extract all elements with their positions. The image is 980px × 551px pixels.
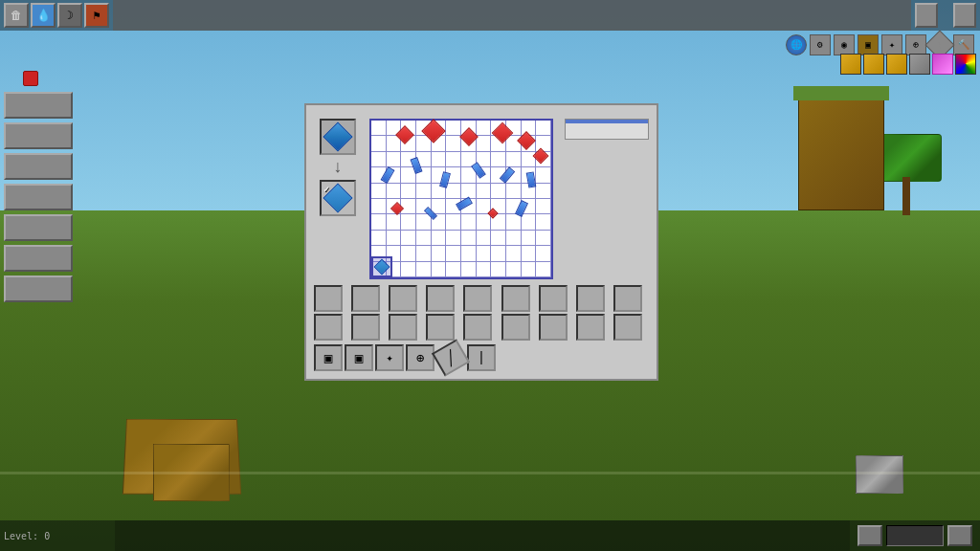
grid-cell[interactable] (446, 184, 461, 199)
inv-cell[interactable] (314, 314, 343, 341)
prev-button[interactable] (915, 3, 938, 28)
save-7-button[interactable] (4, 276, 73, 302)
grid-cell[interactable] (461, 184, 477, 199)
grid-cell[interactable] (536, 167, 551, 183)
grid-cell[interactable] (506, 199, 522, 214)
grid-cell[interactable] (491, 246, 506, 261)
grid-cell[interactable] (371, 184, 387, 199)
grid-cell[interactable] (491, 214, 506, 230)
grid-cell[interactable] (506, 167, 522, 183)
grid-cell[interactable] (536, 184, 551, 199)
grid-cell[interactable] (446, 231, 461, 246)
grid-cell[interactable] (416, 136, 432, 151)
next-button[interactable] (953, 3, 976, 28)
grid-cell[interactable] (491, 167, 506, 183)
grid-cell[interactable] (491, 262, 506, 277)
grid-cell[interactable] (461, 231, 477, 246)
inv-cell[interactable] (576, 285, 605, 312)
grid-cell[interactable] (371, 121, 387, 136)
grid-cell[interactable] (387, 199, 402, 214)
grid-cell[interactable] (387, 121, 402, 136)
gear-icon[interactable]: ⚙ (810, 34, 831, 55)
plus-button[interactable] (947, 525, 972, 546)
grid-cell[interactable] (506, 214, 522, 230)
grid-cell[interactable] (401, 121, 416, 136)
grid-cell[interactable] (387, 184, 402, 199)
grid-cell[interactable] (387, 246, 402, 261)
inv-cell[interactable] (501, 285, 530, 312)
tool-cell-5[interactable]: ╱ (432, 339, 470, 376)
grid-cell[interactable] (401, 214, 416, 230)
grid-cell[interactable] (477, 167, 492, 183)
grid-cell[interactable] (491, 136, 506, 151)
category-other[interactable] (566, 135, 648, 139)
grid-cell[interactable] (416, 121, 432, 136)
inv-cell[interactable] (463, 314, 492, 341)
inv-cell[interactable] (613, 314, 642, 341)
inv-cell[interactable] (389, 285, 417, 312)
crescent-icon[interactable]: ☽ (57, 3, 82, 28)
grid-cell[interactable] (477, 136, 492, 151)
grid-cell[interactable] (371, 231, 387, 246)
grid-cell[interactable] (446, 199, 461, 214)
save-1-button[interactable] (4, 92, 73, 119)
grid-cell[interactable] (491, 184, 506, 199)
grid-cell[interactable] (477, 214, 492, 230)
grid-cell[interactable] (371, 136, 387, 151)
grid-cell[interactable] (387, 262, 402, 277)
grid-cell[interactable] (536, 231, 551, 246)
grid-cell[interactable] (491, 199, 506, 214)
grid-cell[interactable] (446, 167, 461, 183)
grid-cell[interactable] (506, 246, 522, 261)
block-gold1[interactable] (840, 54, 861, 75)
grid-cell[interactable] (461, 167, 477, 183)
grid-cell[interactable] (461, 199, 477, 214)
save-2-button[interactable] (4, 122, 73, 149)
grid-cell[interactable] (536, 199, 551, 214)
wood-icon[interactable]: ▣ (858, 34, 879, 55)
grid-cell[interactable] (387, 214, 402, 230)
grid-cell[interactable] (522, 121, 537, 136)
grid-cell[interactable] (461, 262, 477, 277)
grid-cell[interactable] (477, 262, 492, 277)
grid-cell[interactable] (387, 167, 402, 183)
inv-cell[interactable] (539, 314, 568, 341)
grid-cell[interactable] (387, 231, 402, 246)
grid-cell[interactable] (461, 121, 477, 136)
grid-cell[interactable] (506, 231, 522, 246)
grid-cell[interactable] (536, 214, 551, 230)
inv-cell[interactable] (426, 314, 455, 341)
grid-cell[interactable] (491, 152, 506, 167)
inv-cell[interactable] (539, 285, 568, 312)
grid-cell[interactable] (522, 246, 537, 261)
inv-cell[interactable] (426, 285, 455, 312)
grid-cell[interactable] (446, 152, 461, 167)
grid-cell[interactable] (416, 246, 432, 261)
tool-cell-1[interactable]: ▣ (314, 344, 343, 371)
save-6-button[interactable] (4, 245, 73, 272)
grid-cell[interactable] (461, 246, 477, 261)
input-item-slot[interactable] (320, 119, 356, 155)
grid-cell[interactable] (477, 184, 492, 199)
grid-cell[interactable] (461, 152, 477, 167)
inv-cell[interactable] (576, 314, 605, 341)
save-3-button[interactable] (4, 153, 73, 180)
grid-cell[interactable] (416, 167, 432, 183)
grid-cell[interactable] (401, 231, 416, 246)
grid-cell[interactable] (477, 121, 492, 136)
grid-cell[interactable] (522, 136, 537, 151)
grid-cell[interactable] (522, 184, 537, 199)
grid-cell[interactable] (432, 199, 447, 214)
tool-cell-6[interactable]: | (467, 344, 496, 371)
eye-icon[interactable]: ◉ (834, 34, 855, 55)
grid-cell[interactable] (371, 199, 387, 214)
grid-cell[interactable] (491, 121, 506, 136)
grid-cell[interactable] (536, 121, 551, 136)
grid-cell[interactable] (416, 231, 432, 246)
grid-cell[interactable] (477, 246, 492, 261)
save-5-button[interactable] (4, 214, 73, 241)
grid-cell[interactable] (371, 246, 387, 261)
grid-cell[interactable] (506, 121, 522, 136)
grid-cell[interactable] (536, 152, 551, 167)
grid-cell[interactable] (432, 246, 447, 261)
